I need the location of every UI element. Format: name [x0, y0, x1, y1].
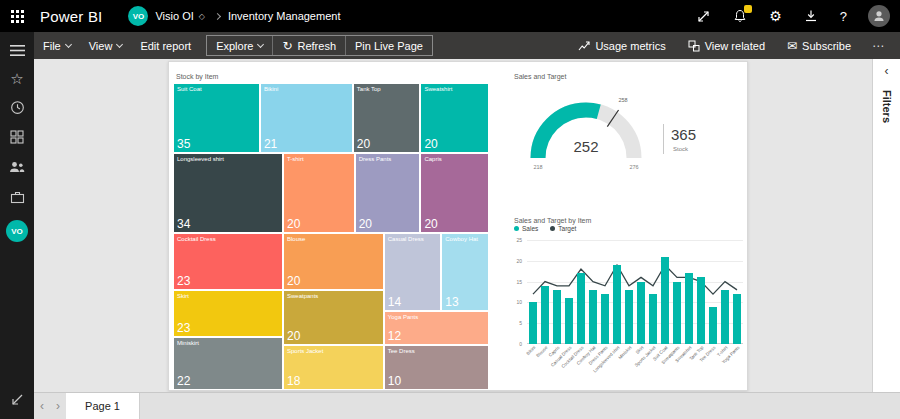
treemap-tile-label: Cowboy Hat — [442, 234, 488, 243]
sales-bar[interactable] — [589, 290, 597, 344]
treemap-tile-label: Tank Top — [354, 84, 420, 93]
apps-grid-icon[interactable] — [8, 128, 26, 146]
chevron-down-icon — [116, 40, 123, 47]
sales-bar[interactable] — [565, 298, 573, 344]
sales-bar[interactable] — [625, 290, 633, 344]
treemap-tile-label: Tee Dress — [385, 346, 488, 355]
treemap-tile-value: 20 — [357, 137, 370, 151]
sales-bar[interactable] — [577, 273, 585, 344]
favorites-star-icon[interactable]: ☆ — [10, 71, 23, 86]
menu-file[interactable]: File — [34, 40, 80, 52]
y-tick-label: 10 — [516, 299, 522, 305]
nav-menu-icon[interactable] — [8, 41, 26, 59]
treemap-tile-label: Miniskirt — [174, 338, 282, 347]
treemap-tile-label: Sweatpants — [284, 291, 383, 300]
treemap-tile[interactable]: Casual Dress14 — [384, 233, 442, 311]
menu-edit-report-label: Edit report — [140, 40, 191, 52]
recent-clock-icon[interactable] — [8, 98, 26, 116]
sales-bar[interactable] — [673, 282, 681, 344]
treemap-tile[interactable]: Yoga Pants12 — [384, 311, 489, 345]
treemap-tile[interactable]: Sports Jacket18 — [283, 345, 384, 390]
fullscreen-icon[interactable] — [695, 8, 711, 24]
treemap-tile[interactable]: T-shirt20 — [283, 153, 355, 233]
sales-bar[interactable] — [697, 277, 705, 344]
usage-metrics-button[interactable]: Usage metrics — [569, 40, 674, 52]
sales-bar[interactable] — [685, 273, 693, 344]
treemap-tile-label: Bikini — [261, 84, 352, 93]
collapse-arrow-icon[interactable] — [8, 391, 26, 409]
view-related-button[interactable]: View related — [679, 40, 774, 52]
shared-people-icon[interactable] — [8, 158, 26, 176]
notifications-bell-icon[interactable] — [732, 8, 748, 24]
combo-y-axis: 0510152025 — [511, 240, 525, 344]
treemap-tile[interactable]: Tank Top20 — [353, 83, 421, 153]
treemap-tile[interactable]: Cowboy Hat13 — [441, 233, 489, 311]
x-tick-label: Blouse — [535, 345, 548, 358]
filters-pane-label[interactable]: Filters — [881, 90, 893, 123]
treemap-tile[interactable]: Miniskirt22 — [173, 337, 283, 390]
combo-chart-visual[interactable]: Sales and Target by Item Sales Target 05… — [511, 214, 745, 388]
sales-bar[interactable] — [601, 294, 609, 344]
sales-bar[interactable] — [529, 302, 537, 344]
filters-pane: ‹ Filters — [872, 59, 900, 392]
app-launcher-waffle-icon[interactable] — [0, 0, 34, 32]
sales-bar[interactable] — [733, 294, 741, 344]
breadcrumb-workspace[interactable]: Visio OI — [155, 10, 193, 22]
subscribe-button[interactable]: ✉ Subscribe — [778, 40, 860, 52]
treemap-tile[interactable]: Sweatshirt20 — [420, 83, 489, 153]
treemap-tile[interactable]: Dress Pants20 — [355, 153, 421, 233]
explore-button[interactable]: Explore — [207, 36, 272, 55]
treemap-tile-label: Cocktail Dress — [174, 234, 282, 243]
treemap-tile-label: Dress Pants — [356, 154, 420, 163]
settings-gear-icon[interactable]: ⚙ — [769, 9, 782, 23]
pin-live-page-button[interactable]: Pin Live Page — [345, 36, 432, 55]
treemap-tile-value: 23 — [177, 321, 190, 335]
refresh-label: Refresh — [298, 40, 337, 52]
sales-bar[interactable] — [721, 290, 729, 344]
workspaces-icon[interactable] — [8, 188, 26, 206]
filters-expand-chevron-icon[interactable]: ‹ — [885, 59, 889, 78]
sales-bar[interactable] — [649, 294, 657, 344]
help-icon[interactable]: ? — [840, 10, 847, 23]
user-avatar[interactable] — [868, 5, 890, 27]
legend-item-target[interactable]: Target — [550, 225, 576, 232]
treemap-tile[interactable]: Longsleeved shirt34 — [173, 153, 283, 233]
treemap-tile[interactable]: Capris20 — [420, 153, 489, 233]
treemap-tile[interactable]: Blouse20 — [283, 233, 384, 290]
treemap-tile-label: T-shirt — [284, 154, 354, 163]
powerbi-logo[interactable]: Power BI — [40, 8, 102, 25]
treemap-visual[interactable]: Stock by Item Suit Coat35Bikini21Tank To… — [173, 70, 489, 390]
target-line[interactable] — [533, 265, 737, 294]
treemap-title: Stock by Item — [173, 70, 489, 83]
sales-bar[interactable] — [637, 282, 645, 344]
sales-bar[interactable] — [661, 257, 669, 344]
explore-toolbar-group: Explore ↻Refresh Pin Live Page — [206, 35, 433, 56]
gauge-min-label: 218 — [533, 164, 542, 170]
sales-bar[interactable] — [541, 286, 549, 344]
treemap-tile[interactable]: Tee Dress10 — [384, 345, 489, 390]
my-workspace-avatar[interactable]: VO — [6, 220, 28, 242]
treemap-tile[interactable]: Cocktail Dress23 — [173, 233, 283, 290]
next-page-arrow-icon[interactable]: › — [50, 399, 66, 413]
sales-bar[interactable] — [553, 290, 561, 344]
workspace-avatar-badge[interactable]: VO — [128, 6, 148, 26]
prev-page-arrow-icon[interactable]: ‹ — [34, 399, 50, 413]
sales-bar[interactable] — [709, 307, 717, 344]
refresh-button[interactable]: ↻Refresh — [272, 36, 345, 55]
treemap-tile-value: 14 — [388, 295, 401, 309]
page-tab-active[interactable]: Page 1 — [66, 393, 140, 419]
hamburger-icon — [10, 44, 25, 57]
download-icon[interactable] — [803, 8, 819, 24]
legend-item-sales[interactable]: Sales — [514, 225, 538, 232]
treemap-tile-label: Sweatshirt — [421, 84, 488, 93]
combo-plot-area — [527, 240, 743, 344]
treemap-tile[interactable]: Sweatpants20 — [283, 290, 384, 345]
menu-view[interactable]: View — [80, 40, 132, 52]
gauge-visual[interactable]: Sales and Target 258 252 218 276 365 Sto… — [511, 70, 745, 210]
overflow-menu-icon[interactable]: ⋯ — [864, 39, 892, 53]
treemap-tile[interactable]: Bikini21 — [260, 83, 353, 153]
menu-edit-report[interactable]: Edit report — [131, 40, 200, 52]
treemap-tile[interactable]: Skirt23 — [173, 290, 283, 337]
sales-bar[interactable] — [613, 265, 621, 344]
treemap-tile[interactable]: Suit Coat35 — [173, 83, 260, 153]
